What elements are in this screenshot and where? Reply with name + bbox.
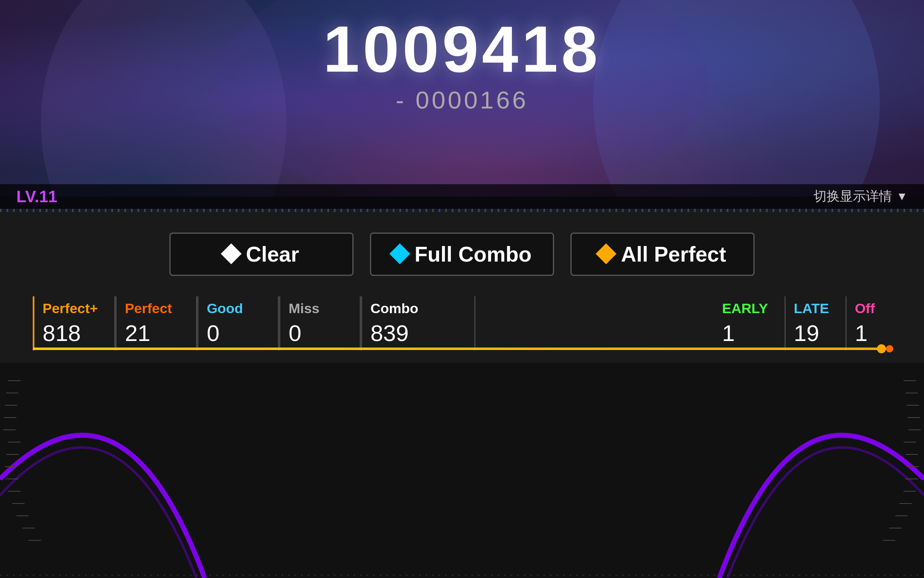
perfect-value: 21	[125, 320, 180, 346]
perfect-label: Perfect	[125, 300, 180, 316]
progress-bar-track	[33, 348, 891, 350]
stat-combo: Combo 839	[361, 296, 476, 350]
arc-decoration	[0, 356, 924, 578]
early-value: 1	[722, 320, 768, 346]
good-value: 0	[207, 320, 261, 346]
badge-full-combo: Full Combo	[370, 233, 554, 276]
badge-allperfect-label: All Perfect	[621, 242, 726, 266]
perfect-plus-value: 818	[43, 320, 98, 346]
early-label: EARLY	[722, 300, 768, 316]
badge-all-perfect: All Perfect	[570, 233, 755, 276]
toggle-detail-button[interactable]: 切换显示详情 ▼	[814, 187, 908, 205]
badge-clear: Clear	[169, 233, 354, 276]
fullcombo-diamond-icon	[392, 243, 407, 266]
combo-value: 839	[370, 320, 458, 346]
chevron-down-icon: ▼	[896, 190, 908, 203]
stat-miss: Miss 0	[279, 296, 361, 350]
level-text: LV.11	[16, 187, 57, 206]
result-panel: Clear Full Combo All Perfect Perfect+ 81…	[0, 212, 924, 363]
stat-perfect: Perfect 21	[115, 296, 197, 350]
off-label: Off	[855, 300, 875, 316]
progress-bar-dot2	[886, 345, 893, 352]
stat-early: EARLY 1	[714, 296, 786, 350]
clear-diamond-icon	[224, 243, 239, 266]
late-value: 19	[794, 320, 829, 346]
stat-late: LATE 19	[786, 296, 847, 350]
perfect-plus-label: Perfect+	[43, 300, 98, 316]
miss-value: 0	[288, 320, 343, 346]
badge-fullcombo-label: Full Combo	[415, 242, 532, 266]
badge-clear-label: Clear	[246, 242, 299, 266]
level-bar: LV.11 切换显示详情 ▼	[0, 184, 924, 209]
progress-dots-separator	[0, 209, 924, 212]
progress-bar-dot	[877, 344, 886, 353]
main-score: 1009418	[323, 16, 601, 82]
stat-off: Off 1	[847, 296, 891, 350]
badge-row: Clear Full Combo All Perfect	[0, 212, 924, 292]
progress-bar-fill	[33, 348, 883, 350]
score-diff: - 0000166	[323, 86, 601, 114]
combo-label: Combo	[370, 300, 458, 316]
off-value: 1	[855, 320, 875, 346]
good-label: Good	[207, 300, 261, 316]
bottom-area: Infinity Heaven HyuN	[0, 356, 924, 578]
stat-perfect-plus: Perfect+ 818	[33, 296, 115, 350]
stat-good: Good 0	[197, 296, 279, 350]
toggle-detail-label: 切换显示详情	[814, 187, 892, 205]
score-container: 1009418 - 0000166	[323, 16, 601, 114]
allperfect-diamond-icon	[599, 243, 613, 266]
progress-bar-container	[0, 344, 924, 354]
late-label: LATE	[794, 300, 829, 316]
miss-label: Miss	[288, 300, 343, 316]
